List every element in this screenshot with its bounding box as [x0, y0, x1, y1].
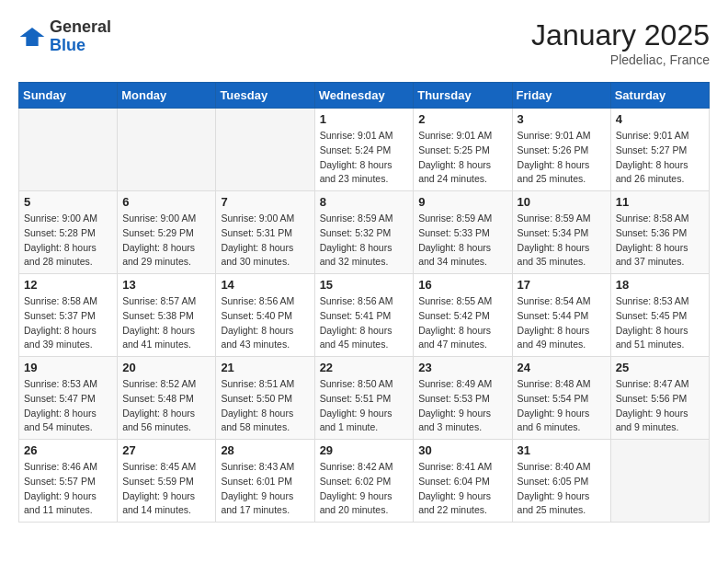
calendar-day-cell: 13Sunrise: 8:57 AMSunset: 5:38 PMDayligh… [118, 274, 216, 357]
day-number: 11 [616, 195, 704, 209]
day-info: Sunrise: 8:53 AMSunset: 5:45 PMDaylight:… [616, 294, 704, 352]
day-info: Sunrise: 8:51 AMSunset: 5:50 PMDaylight:… [221, 377, 309, 435]
day-info: Sunrise: 8:48 AMSunset: 5:54 PMDaylight:… [518, 377, 606, 435]
day-info: Sunrise: 8:54 AMSunset: 5:44 PMDaylight:… [518, 294, 606, 352]
day-number: 25 [616, 361, 704, 374]
day-info: Sunrise: 9:01 AMSunset: 5:24 PMDaylight:… [320, 129, 409, 187]
day-info: Sunrise: 9:00 AMSunset: 5:28 PMDaylight:… [24, 212, 112, 270]
day-info: Sunrise: 8:45 AMSunset: 5:59 PMDaylight:… [122, 460, 210, 518]
logo-blue: Blue [50, 37, 111, 55]
day-number: 27 [122, 443, 210, 457]
day-number: 23 [418, 361, 506, 374]
logo: General Blue [18, 18, 111, 55]
day-number: 7 [221, 195, 309, 209]
calendar-day-cell [19, 109, 118, 191]
calendar-day-cell: 10Sunrise: 8:59 AMSunset: 5:34 PMDayligh… [512, 191, 610, 274]
day-info: Sunrise: 8:47 AMSunset: 5:56 PMDaylight:… [616, 377, 704, 435]
day-number: 18 [616, 278, 704, 292]
day-info: Sunrise: 8:41 AMSunset: 6:04 PMDaylight:… [418, 460, 506, 518]
day-info: Sunrise: 8:46 AMSunset: 5:57 PMDaylight:… [24, 460, 112, 518]
calendar-day-cell: 6Sunrise: 9:00 AMSunset: 5:29 PMDaylight… [118, 191, 216, 274]
svg-marker-0 [20, 28, 45, 46]
page-header: General Blue January 2025 Pledeliac, Fra… [18, 18, 710, 67]
calendar-week-row: 19Sunrise: 8:53 AMSunset: 5:47 PMDayligh… [19, 357, 710, 440]
day-info: Sunrise: 9:01 AMSunset: 5:27 PMDaylight:… [616, 129, 704, 187]
logo-general: General [50, 18, 111, 37]
calendar-day-cell: 18Sunrise: 8:53 AMSunset: 5:45 PMDayligh… [610, 274, 709, 357]
calendar-day-cell [216, 109, 314, 191]
day-number: 2 [418, 112, 506, 126]
calendar-day-cell: 2Sunrise: 9:01 AMSunset: 5:25 PMDaylight… [414, 109, 512, 191]
calendar-day-cell: 20Sunrise: 8:52 AMSunset: 5:48 PMDayligh… [118, 357, 216, 440]
day-number: 29 [320, 443, 409, 457]
day-number: 20 [122, 361, 210, 374]
day-info: Sunrise: 8:58 AMSunset: 5:36 PMDaylight:… [616, 212, 704, 270]
day-number: 28 [221, 443, 309, 457]
day-number: 15 [320, 278, 409, 292]
day-number: 9 [418, 195, 506, 209]
calendar-day-cell: 16Sunrise: 8:55 AMSunset: 5:42 PMDayligh… [414, 274, 512, 357]
calendar-day-cell: 15Sunrise: 8:56 AMSunset: 5:41 PMDayligh… [314, 274, 414, 357]
day-info: Sunrise: 9:00 AMSunset: 5:31 PMDaylight:… [221, 212, 309, 270]
day-info: Sunrise: 9:00 AMSunset: 5:29 PMDaylight:… [122, 212, 210, 270]
calendar-day-cell: 9Sunrise: 8:59 AMSunset: 5:33 PMDaylight… [414, 191, 512, 274]
day-number: 12 [24, 278, 112, 292]
calendar-day-cell: 8Sunrise: 8:59 AMSunset: 5:32 PMDaylight… [314, 191, 414, 274]
day-number: 24 [518, 361, 606, 374]
day-of-week-header: Thursday [414, 83, 512, 109]
day-number: 26 [24, 443, 112, 457]
day-of-week-header: Sunday [19, 83, 118, 109]
title-block: January 2025 Pledeliac, France [531, 18, 710, 67]
day-number: 22 [320, 361, 409, 374]
day-info: Sunrise: 8:59 AMSunset: 5:34 PMDaylight:… [518, 212, 606, 270]
day-of-week-header: Tuesday [216, 83, 314, 109]
day-of-week-header: Wednesday [314, 83, 414, 109]
day-of-week-header: Saturday [610, 83, 709, 109]
day-number: 31 [518, 443, 606, 457]
calendar-table: SundayMondayTuesdayWednesdayThursdayFrid… [18, 82, 710, 523]
calendar-day-cell: 4Sunrise: 9:01 AMSunset: 5:27 PMDaylight… [610, 109, 709, 191]
day-number: 30 [418, 443, 506, 457]
calendar-day-cell: 27Sunrise: 8:45 AMSunset: 5:59 PMDayligh… [118, 440, 216, 523]
day-info: Sunrise: 8:53 AMSunset: 5:47 PMDaylight:… [24, 377, 112, 435]
day-number: 19 [24, 361, 112, 374]
day-number: 13 [122, 278, 210, 292]
month-title: January 2025 [531, 18, 710, 52]
day-number: 17 [518, 278, 606, 292]
location: Pledeliac, France [531, 52, 710, 67]
day-info: Sunrise: 9:01 AMSunset: 5:26 PMDaylight:… [518, 129, 606, 187]
day-number: 4 [616, 112, 704, 126]
calendar-day-cell: 25Sunrise: 8:47 AMSunset: 5:56 PMDayligh… [610, 357, 709, 440]
calendar-day-cell: 22Sunrise: 8:50 AMSunset: 5:51 PMDayligh… [314, 357, 414, 440]
day-info: Sunrise: 8:40 AMSunset: 6:05 PMDaylight:… [518, 460, 606, 518]
day-number: 5 [24, 195, 112, 209]
day-number: 8 [320, 195, 409, 209]
day-info: Sunrise: 9:01 AMSunset: 5:25 PMDaylight:… [418, 129, 506, 187]
day-number: 6 [122, 195, 210, 209]
day-info: Sunrise: 8:49 AMSunset: 5:53 PMDaylight:… [418, 377, 506, 435]
logo-icon [18, 26, 46, 48]
day-number: 21 [221, 361, 309, 374]
calendar-day-cell: 5Sunrise: 9:00 AMSunset: 5:28 PMDaylight… [19, 191, 118, 274]
day-info: Sunrise: 8:50 AMSunset: 5:51 PMDaylight:… [320, 377, 409, 435]
day-of-week-header: Monday [118, 83, 216, 109]
day-number: 16 [418, 278, 506, 292]
calendar-week-row: 26Sunrise: 8:46 AMSunset: 5:57 PMDayligh… [19, 440, 710, 523]
calendar-day-cell: 7Sunrise: 9:00 AMSunset: 5:31 PMDaylight… [216, 191, 314, 274]
calendar-day-cell: 1Sunrise: 9:01 AMSunset: 5:24 PMDaylight… [314, 109, 414, 191]
day-number: 3 [518, 112, 606, 126]
calendar-day-cell: 24Sunrise: 8:48 AMSunset: 5:54 PMDayligh… [512, 357, 610, 440]
calendar-day-cell: 26Sunrise: 8:46 AMSunset: 5:57 PMDayligh… [19, 440, 118, 523]
day-info: Sunrise: 8:42 AMSunset: 6:02 PMDaylight:… [320, 460, 409, 518]
day-info: Sunrise: 8:59 AMSunset: 5:32 PMDaylight:… [320, 212, 409, 270]
calendar-day-cell: 3Sunrise: 9:01 AMSunset: 5:26 PMDaylight… [512, 109, 610, 191]
calendar-day-cell: 28Sunrise: 8:43 AMSunset: 6:01 PMDayligh… [216, 440, 314, 523]
calendar-day-cell: 17Sunrise: 8:54 AMSunset: 5:44 PMDayligh… [512, 274, 610, 357]
day-info: Sunrise: 8:43 AMSunset: 6:01 PMDaylight:… [221, 460, 309, 518]
day-info: Sunrise: 8:59 AMSunset: 5:33 PMDaylight:… [418, 212, 506, 270]
calendar-day-cell [118, 109, 216, 191]
calendar-week-row: 1Sunrise: 9:01 AMSunset: 5:24 PMDaylight… [19, 109, 710, 191]
calendar-day-cell: 21Sunrise: 8:51 AMSunset: 5:50 PMDayligh… [216, 357, 314, 440]
calendar-week-row: 12Sunrise: 8:58 AMSunset: 5:37 PMDayligh… [19, 274, 710, 357]
calendar-day-cell: 19Sunrise: 8:53 AMSunset: 5:47 PMDayligh… [19, 357, 118, 440]
